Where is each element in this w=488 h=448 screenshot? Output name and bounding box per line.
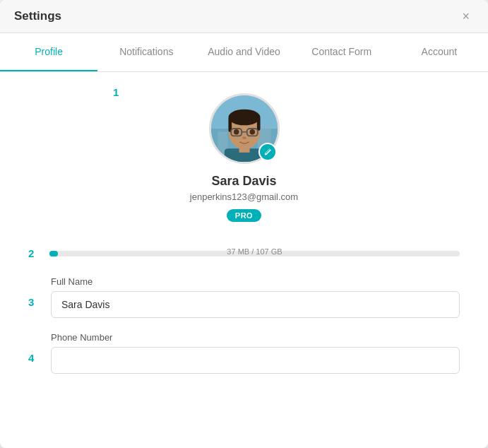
- full-name-input[interactable]: [51, 291, 460, 318]
- window-title: Settings: [14, 9, 61, 23]
- storage-bar-fill: [49, 251, 58, 257]
- step2-label: 2: [28, 247, 42, 259]
- svg-point-14: [233, 129, 239, 135]
- avatar-section: 1: [28, 86, 460, 233]
- step3-label: 3: [28, 276, 42, 308]
- phone-row: 4 Phone Number: [28, 332, 460, 374]
- svg-rect-10: [256, 117, 260, 131]
- storage-text: 37 MB / 107 GB: [227, 247, 282, 256]
- svg-point-16: [242, 136, 246, 139]
- user-name: Sara Davis: [211, 174, 276, 189]
- phone-input[interactable]: [51, 347, 460, 374]
- close-button[interactable]: ×: [458, 8, 474, 24]
- pro-badge: PRO: [227, 209, 261, 222]
- phone-field: Phone Number: [51, 332, 460, 374]
- avatar-wrapper: [209, 93, 280, 164]
- tab-account[interactable]: Account: [391, 33, 488, 71]
- step1-label: 1: [113, 86, 119, 98]
- tab-notifications[interactable]: Notifications: [97, 33, 195, 71]
- step4-label: 4: [28, 332, 42, 364]
- svg-point-15: [249, 129, 255, 135]
- tab-bar: Profile Notifications Audio and Video Co…: [0, 33, 488, 72]
- titlebar: Settings ×: [0, 0, 488, 33]
- profile-content: 1: [0, 72, 488, 448]
- avatar-edit-button[interactable]: [258, 143, 277, 161]
- storage-bar: 37 MB / 107 GB: [49, 251, 460, 257]
- storage-row: 2 37 MB / 107 GB: [28, 247, 460, 259]
- form-section: 3 Full Name 4 Phone Number: [28, 276, 460, 388]
- full-name-label: Full Name: [51, 276, 460, 287]
- user-email: jenperkins123@gmail.com: [190, 191, 298, 202]
- pencil-icon: [263, 148, 272, 156]
- phone-label: Phone Number: [51, 332, 460, 343]
- full-name-field: Full Name: [51, 276, 460, 318]
- svg-rect-2: [218, 132, 227, 162]
- tab-audio-video[interactable]: Audio and Video: [195, 33, 292, 71]
- tab-contact-form[interactable]: Contact Form: [293, 33, 391, 71]
- settings-window: Settings × Profile Notifications Audio a…: [0, 0, 488, 448]
- tab-profile[interactable]: Profile: [0, 33, 97, 71]
- svg-point-8: [228, 110, 260, 126]
- full-name-row: 3 Full Name: [28, 276, 460, 318]
